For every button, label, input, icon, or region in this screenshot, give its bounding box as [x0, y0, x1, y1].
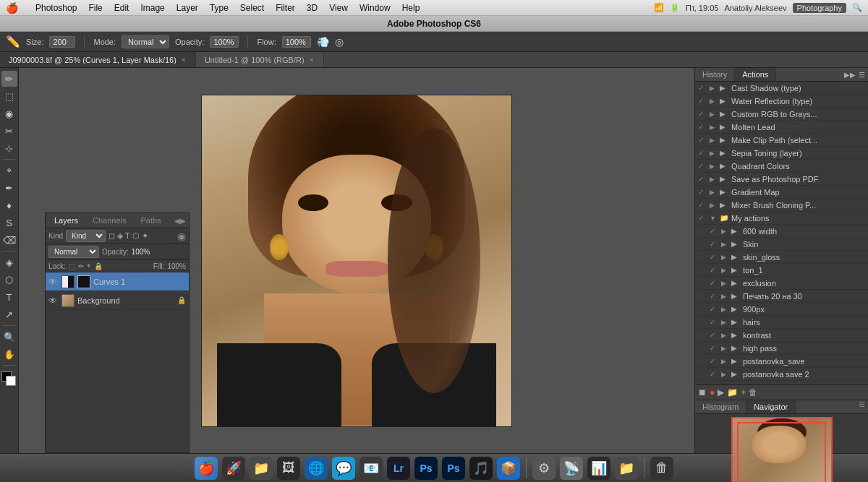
action-item-12[interactable]: ✓▶▶Skin: [695, 238, 868, 251]
action-check-20[interactable]: ✓: [710, 344, 718, 352]
airbrush-icon[interactable]: 💨: [317, 36, 329, 48]
action-item-22[interactable]: ✓▶▶postanovka save 2: [695, 368, 868, 381]
tool-path-select[interactable]: ↗: [1, 306, 17, 322]
action-item-10[interactable]: ✓▼📁My actions: [695, 212, 868, 225]
dock-system-prefs[interactable]: ⚙: [532, 457, 556, 480]
dock-folder1[interactable]: 📁: [250, 457, 273, 480]
layers-tab-layers[interactable]: Layers: [48, 215, 84, 226]
action-item-1[interactable]: ✓▶▶Water Reflection (type): [695, 95, 868, 108]
dock-appstore[interactable]: 📦: [497, 457, 520, 480]
action-check-11[interactable]: ✓: [710, 227, 718, 235]
action-check-4[interactable]: ✓: [698, 136, 707, 144]
action-item-18[interactable]: ✓▶▶hairs: [695, 316, 868, 329]
dock-activity[interactable]: 📊: [587, 457, 610, 480]
action-expand-18[interactable]: ▶: [721, 319, 728, 326]
tab-actions[interactable]: Actions: [735, 68, 776, 81]
action-check-13[interactable]: ✓: [710, 253, 718, 261]
tool-eraser[interactable]: ⌫: [1, 232, 17, 248]
dock-finder[interactable]: 🍎: [195, 457, 218, 480]
action-expand-2[interactable]: ▶: [710, 111, 717, 118]
filter-adj-icon[interactable]: ◈: [117, 231, 123, 241]
action-check-5[interactable]: ✓: [698, 149, 707, 157]
menu-3d[interactable]: 3D: [307, 3, 318, 13]
mode-dropdown[interactable]: Normal: [122, 35, 169, 48]
lock-transparent-icon[interactable]: ⬚: [69, 262, 75, 270]
dock-trash[interactable]: 🗑: [650, 457, 673, 480]
action-expand-19[interactable]: ▶: [721, 332, 728, 339]
action-item-5[interactable]: ✓▶▶Sepia Toning (layer): [695, 147, 868, 160]
dock-music[interactable]: 🎵: [469, 457, 493, 480]
action-expand-7[interactable]: ▶: [710, 176, 717, 183]
dock-photos[interactable]: 🖼: [277, 457, 300, 480]
tool-pen[interactable]: ✒: [1, 180, 17, 196]
action-expand-22[interactable]: ▶: [721, 371, 728, 378]
action-expand-3[interactable]: ▶: [710, 124, 717, 131]
tool-hand[interactable]: ✋: [1, 346, 17, 362]
menu-help[interactable]: Help: [402, 3, 420, 13]
action-expand-9[interactable]: ▶: [710, 202, 717, 209]
menu-filter[interactable]: Filter: [276, 3, 295, 13]
tool-move[interactable]: ⌖: [1, 163, 17, 178]
apple-menu[interactable]: 🍎: [6, 2, 18, 14]
layers-collapse-icon[interactable]: ◀▶: [174, 217, 186, 225]
foreground-color[interactable]: [1, 371, 17, 387]
dock-launchpad[interactable]: 🚀: [222, 457, 245, 480]
menu-file[interactable]: File: [88, 3, 102, 13]
menu-select[interactable]: Select: [240, 3, 264, 13]
action-item-21[interactable]: ✓▶▶postanovka_save: [695, 355, 868, 368]
dock-ps2[interactable]: Ps: [442, 457, 465, 480]
action-check-7[interactable]: ✓: [698, 175, 707, 183]
action-item-6[interactable]: ✓▶▶Quadrant Colors: [695, 160, 868, 173]
tool-crop[interactable]: ✂: [1, 123, 17, 139]
opacity-input[interactable]: [210, 36, 239, 48]
menu-layer[interactable]: Layer: [176, 3, 198, 13]
nav-menu-icon[interactable]: ☰: [856, 400, 868, 413]
play-action-icon[interactable]: ▶: [718, 387, 724, 397]
tab-file2[interactable]: Untitled-1 @ 100% (RGB/R) ✕: [196, 52, 324, 67]
action-item-16[interactable]: ✓▶▶Печать 20 на 30: [695, 290, 868, 303]
action-item-17[interactable]: ✓▶▶900px: [695, 303, 868, 316]
tab-close-1[interactable]: ✕: [181, 56, 187, 64]
action-check-14[interactable]: ✓: [710, 266, 718, 274]
layers-tab-paths[interactable]: Paths: [135, 215, 167, 226]
menu-image[interactable]: Image: [140, 3, 164, 13]
action-item-9[interactable]: ✓▶▶Mixer Brush Cloning P...: [695, 199, 868, 212]
new-action-set-icon[interactable]: 📁: [727, 387, 738, 397]
canvas-area[interactable]: Layers Channels Paths ◀▶ Kind Kind ◻ ◈ T…: [19, 68, 694, 453]
action-check-0[interactable]: ✓: [698, 84, 707, 92]
tool-lasso[interactable]: ◉: [1, 106, 17, 121]
tool-preset-icon[interactable]: ✏️: [6, 35, 20, 48]
action-check-12[interactable]: ✓: [710, 240, 718, 248]
flow-input[interactable]: [282, 36, 311, 48]
action-expand-5[interactable]: ▶: [710, 150, 717, 157]
action-item-0[interactable]: ✓▶▶Cast Shadow (type): [695, 82, 868, 95]
action-check-3[interactable]: ✓: [698, 123, 707, 131]
dock-mail[interactable]: 📧: [359, 457, 383, 480]
action-item-8[interactable]: ✓▶▶Gradient Map: [695, 186, 868, 199]
layer-vis-curves[interactable]: 👁: [48, 277, 59, 287]
pressure-icon[interactable]: ◎: [335, 36, 344, 48]
tab-histogram[interactable]: Histogram: [695, 400, 746, 413]
dock-ps1[interactable]: Ps: [414, 457, 438, 480]
action-check-15[interactable]: ✓: [710, 279, 718, 287]
action-item-15[interactable]: ✓▶▶exclusion: [695, 277, 868, 290]
menu-edit[interactable]: Edit: [114, 3, 129, 13]
action-check-16[interactable]: ✓: [710, 292, 718, 300]
menu-window[interactable]: Window: [359, 3, 391, 13]
navigator-thumbnail[interactable]: [731, 417, 833, 482]
action-check-17[interactable]: ✓: [710, 305, 718, 313]
action-check-8[interactable]: ✓: [698, 188, 707, 196]
lock-move-icon[interactable]: ⌖: [87, 262, 91, 270]
filter-shape-icon[interactable]: ⬡: [132, 231, 140, 241]
record-action-icon[interactable]: ●: [710, 387, 715, 397]
bg-color-swatch[interactable]: [6, 376, 16, 386]
action-item-14[interactable]: ✓▶▶ton_1: [695, 264, 868, 277]
tool-zoom[interactable]: 🔍: [1, 329, 17, 345]
filter-dropdown[interactable]: Kind: [66, 230, 106, 242]
tool-shape[interactable]: ♦: [1, 197, 17, 213]
tab-history[interactable]: History: [695, 68, 735, 81]
tool-polygon[interactable]: ⬡: [1, 272, 17, 288]
search-icon[interactable]: 🔍: [852, 3, 862, 12]
dock-network[interactable]: 📡: [560, 457, 583, 480]
layer-row-background[interactable]: 👁 Background 🔒: [46, 291, 189, 310]
